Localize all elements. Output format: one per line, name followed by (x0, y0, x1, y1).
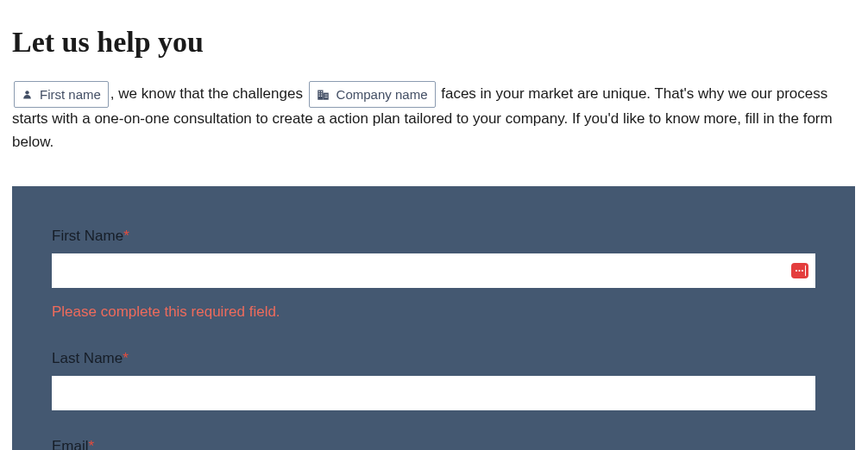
svg-rect-3 (318, 91, 319, 92)
token-label: First name (40, 84, 101, 104)
label-text: Last Name (52, 350, 123, 366)
company-name-token: Company name (309, 81, 436, 108)
input-wrapper (52, 253, 815, 288)
required-asterisk: * (123, 350, 129, 366)
last-name-label: Last Name* (52, 350, 815, 367)
svg-rect-9 (324, 95, 325, 96)
svg-point-0 (25, 91, 28, 94)
user-icon (22, 89, 33, 100)
last-name-input[interactable] (52, 376, 815, 410)
building-icon (317, 89, 330, 100)
required-asterisk: * (123, 228, 129, 244)
required-asterisk: * (89, 438, 95, 450)
svg-rect-7 (318, 96, 319, 97)
email-label: Email* (52, 438, 815, 450)
svg-rect-8 (321, 96, 322, 97)
password-manager-icon[interactable] (791, 263, 808, 278)
first-name-token: First name (14, 81, 109, 108)
page-title: Let us help you (12, 26, 868, 59)
svg-rect-1 (318, 91, 323, 100)
svg-rect-11 (324, 97, 325, 97)
intro-paragraph: First name , we know that the challenges… (12, 81, 856, 153)
email-field: Email* (52, 438, 815, 450)
intro-text-1: , we know that the challenges (110, 85, 307, 102)
svg-rect-2 (323, 93, 328, 100)
error-message: Please complete this required field. (52, 303, 815, 321)
input-wrapper (52, 376, 815, 410)
form-panel: First Name* Please complete this require… (12, 186, 855, 450)
label-text: Email (52, 438, 89, 450)
last-name-field: Last Name* (52, 350, 815, 410)
first-name-input[interactable] (52, 253, 815, 288)
svg-rect-10 (326, 95, 327, 96)
svg-rect-4 (321, 91, 322, 92)
first-name-field: First Name* Please complete this require… (52, 228, 815, 321)
svg-rect-12 (326, 97, 327, 97)
token-label: Company name (337, 84, 428, 104)
svg-rect-6 (321, 93, 322, 94)
first-name-label: First Name* (52, 228, 815, 245)
label-text: First Name (52, 228, 123, 244)
svg-rect-5 (318, 93, 319, 94)
